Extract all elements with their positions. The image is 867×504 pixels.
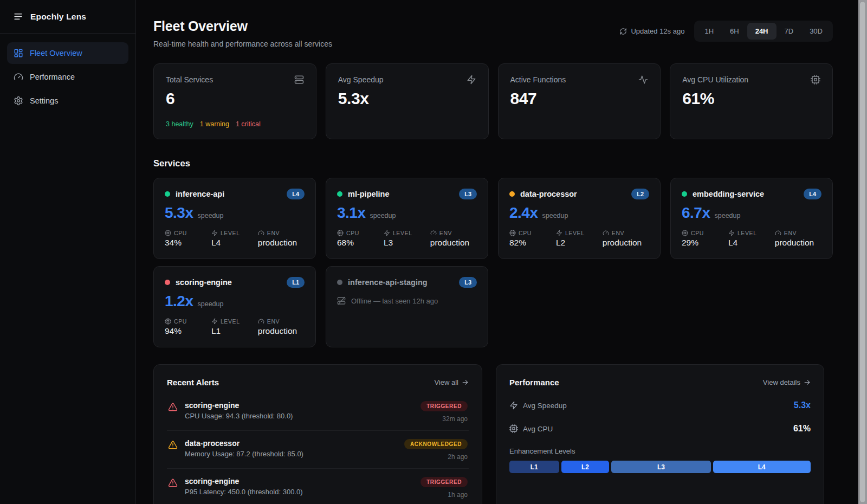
activity-icon — [638, 75, 648, 85]
range-button-7d[interactable]: 7D — [777, 23, 802, 40]
cpu-icon — [509, 424, 518, 433]
sidebar-item-performance[interactable]: Performance — [7, 66, 128, 88]
range-button-1h[interactable]: 1H — [696, 23, 722, 40]
level-badge: L2 — [631, 189, 649, 199]
service-card-data-processor[interactable]: data-processor L2 2.4x speedup CPU 82% L… — [498, 178, 661, 259]
page-scrollbar[interactable] — [858, 0, 867, 504]
range-button-30d[interactable]: 30D — [801, 23, 831, 40]
offline-text: Offline — last seen 12h ago — [351, 297, 438, 305]
range-button-6h[interactable]: 6H — [722, 23, 747, 40]
level-value: L4 — [728, 238, 775, 248]
header-controls: Updated 12s ago 1H 6H 24H 7D 30D — [619, 21, 833, 42]
menu-icon[interactable] — [13, 11, 23, 22]
level-segment-l3: L3 — [611, 461, 710, 473]
cpu-icon — [811, 75, 820, 85]
sidebar-item-fleet-overview[interactable]: Fleet Overview — [7, 42, 128, 64]
env-value: production — [775, 238, 821, 248]
env-label: ENV — [267, 230, 280, 236]
stat-value: 61% — [682, 89, 820, 108]
cpu-icon — [165, 318, 171, 325]
level-value: L1 — [211, 326, 258, 336]
healthy-count: 3 healthy — [166, 120, 193, 128]
stat-label: Active Functions — [510, 75, 566, 84]
env-label: ENV — [784, 230, 797, 236]
env-value: production — [603, 238, 649, 248]
cpu-label: CPU — [174, 318, 187, 325]
view-all-link[interactable]: View all — [434, 378, 469, 386]
level-badge: L4 — [287, 189, 305, 199]
level-label: LEVEL — [221, 318, 240, 325]
level-segment-l4: L4 — [713, 461, 811, 473]
page-subtitle: Real-time health and performance across … — [153, 40, 332, 48]
service-name: inference-api — [176, 190, 281, 198]
level-badge: L1 — [287, 277, 305, 288]
offline-status: Offline — last seen 12h ago — [337, 296, 477, 305]
service-card-inference-api-staging[interactable]: inference-api-staging L3 Offline — last … — [326, 266, 488, 347]
alert-detail: Memory Usage: 87.2 (threshold: 85.0) — [185, 450, 397, 458]
speedup-label: speedup — [370, 212, 396, 219]
level-segment-l2: L2 — [561, 461, 610, 473]
cpu-icon — [509, 230, 516, 236]
stat-label: Avg Speedup — [338, 75, 384, 84]
gauge-icon — [603, 230, 609, 236]
stat-card-total-services: Total Services 6 3 healthy 1 warning 1 c… — [153, 63, 316, 139]
alert-detail: CPU Usage: 94.3 (threshold: 80.0) — [185, 412, 413, 420]
page-header-text: Fleet Overview Real-time health and perf… — [153, 18, 332, 48]
sidebar-item-settings[interactable]: Settings — [7, 90, 128, 112]
alert-service: scoring-engine — [185, 477, 413, 486]
stat-label: Avg CPU Utilization — [682, 75, 748, 84]
cpu-value: 82% — [509, 238, 556, 248]
env-value: production — [258, 326, 305, 336]
updated-text: Updated 12s ago — [631, 27, 684, 35]
alert-triangle-icon — [168, 402, 178, 412]
stat-card-avg-cpu: Avg CPU Utilization 61% — [670, 63, 833, 139]
cpu-value: 68% — [337, 238, 384, 248]
cpu-label: CPU — [691, 230, 704, 236]
dashboard-grid-icon — [14, 48, 23, 58]
fleet-health-summary: 3 healthy 1 warning 1 critical — [166, 120, 304, 128]
cpu-label: CPU — [346, 230, 359, 236]
page-title: Fleet Overview — [153, 18, 332, 34]
service-card-ml-pipeline[interactable]: ml-pipeline L3 3.1x speedup CPU 68% LEVE… — [326, 178, 488, 259]
view-all-label: View all — [434, 378, 458, 386]
scrollbar-thumb[interactable] — [859, 1, 866, 503]
speedup-label: speedup — [542, 212, 568, 219]
env-label: ENV — [612, 230, 624, 236]
service-card-embedding-service[interactable]: embedding-service L4 6.7x speedup CPU 29… — [670, 178, 833, 259]
zap-icon — [211, 318, 218, 325]
updated-status: Updated 12s ago — [619, 27, 684, 35]
service-name: ml-pipeline — [348, 190, 454, 198]
enhancement-levels-bar: L1 L2 L3 L4 — [509, 461, 811, 473]
page-header: Fleet Overview Real-time health and perf… — [153, 18, 833, 48]
sidebar-nav: Fleet Overview Performance Settings — [0, 34, 135, 120]
level-segment-l1: L1 — [509, 461, 559, 473]
sidebar-item-label: Performance — [30, 73, 75, 81]
cpu-icon — [337, 230, 344, 236]
status-dot-critical — [165, 280, 170, 285]
stat-card-active-functions: Active Functions 847 — [498, 63, 661, 139]
view-details-label: View details — [763, 378, 800, 386]
service-card-inference-api[interactable]: inference-api L4 5.3x speedup CPU 34% LE… — [153, 178, 316, 259]
alert-status-badge: ACKNOWLEDGED — [404, 439, 468, 449]
app-title: Epochly Lens — [30, 12, 86, 22]
warning-count: 1 warning — [200, 120, 229, 128]
range-button-24h[interactable]: 24H — [747, 23, 777, 40]
recent-alerts-panel: Recent Alerts View all scoring-engine CP… — [153, 364, 482, 504]
view-details-link[interactable]: View details — [763, 378, 811, 386]
service-card-scoring-engine[interactable]: scoring-engine L1 1.2x speedup CPU 94% L… — [153, 266, 316, 347]
level-value: L2 — [556, 238, 603, 248]
critical-count: 1 critical — [236, 120, 261, 128]
perf-row-avg-speedup: Avg Speedup 5.3x — [509, 400, 811, 410]
speedup-value: 2.4x — [509, 204, 538, 222]
alert-triangle-icon — [168, 478, 178, 488]
gauge-icon — [775, 230, 781, 236]
service-name: inference-api-staging — [348, 278, 454, 287]
gear-icon — [14, 96, 23, 106]
gauge-icon — [258, 230, 264, 236]
alert-triangle-icon — [168, 440, 178, 450]
status-dot-healthy — [682, 191, 687, 197]
enhancement-levels-label: Enhancement Levels — [509, 447, 811, 455]
cpu-label: CPU — [519, 230, 532, 236]
zap-icon — [509, 401, 518, 410]
refresh-icon[interactable] — [619, 28, 627, 35]
